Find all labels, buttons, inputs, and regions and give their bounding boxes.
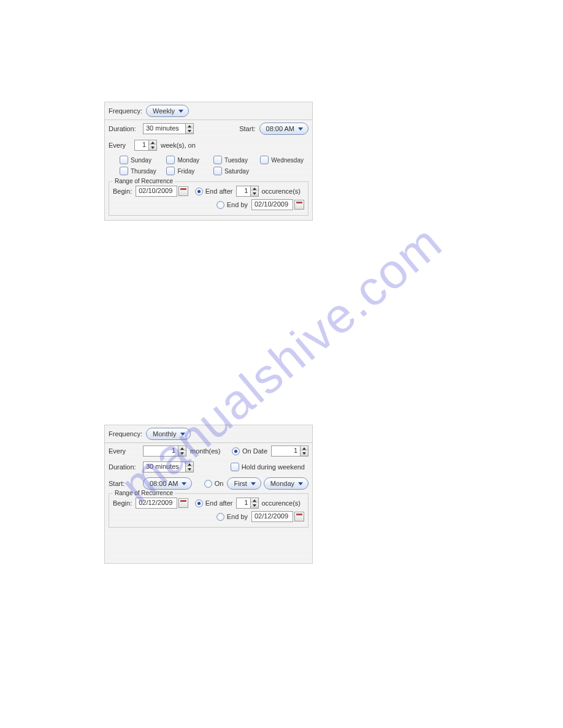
day-label: Sunday (131, 157, 151, 164)
svg-marker-10 (188, 463, 191, 466)
duration-spinner[interactable]: 30 minutes (143, 461, 194, 472)
checkbox-icon[interactable] (166, 156, 175, 164)
chevron-down-icon (251, 482, 256, 485)
svg-marker-13 (253, 504, 256, 507)
frequency-value: Monthly (153, 430, 177, 438)
ordinal-value: First (234, 480, 247, 487)
weekday-value: Monday (270, 480, 294, 487)
checkbox-icon[interactable] (213, 167, 222, 175)
day-label: Tuesday (224, 157, 248, 164)
frequency-dropdown[interactable]: Weekly (146, 105, 189, 117)
svg-marker-11 (188, 468, 191, 471)
end-by-radio[interactable] (216, 513, 224, 521)
spinner-up-icon[interactable] (251, 186, 258, 191)
svg-marker-4 (253, 188, 256, 190)
spinner-up-icon[interactable] (251, 498, 258, 503)
spinner-down-icon[interactable] (178, 451, 186, 456)
end-by-label: End by (227, 201, 248, 208)
spinner-up-icon[interactable] (301, 446, 308, 451)
spinner-up-icon[interactable] (149, 140, 156, 145)
spinner-down-icon[interactable] (301, 451, 308, 456)
every-label: Every (109, 142, 131, 149)
chevron-down-icon (298, 482, 303, 485)
day-label: Wednesday (271, 157, 304, 164)
spinner-down-icon[interactable] (186, 467, 193, 472)
end-after-value: 1 (237, 498, 250, 508)
every-value: 1 (135, 140, 148, 150)
every-value: 1 (144, 446, 178, 456)
spinner-down-icon[interactable] (251, 503, 258, 508)
weekday-dropdown[interactable]: Monday (264, 477, 308, 490)
spinner-up-icon[interactable] (186, 124, 193, 129)
on-date-label: On Date (242, 447, 267, 455)
spinner-down-icon[interactable] (186, 129, 193, 134)
spinner-up-icon[interactable] (186, 462, 193, 467)
occurrences-label: occurence(s) (261, 499, 301, 507)
svg-marker-9 (302, 452, 306, 455)
spinner-down-icon[interactable] (251, 191, 258, 196)
checkbox-icon[interactable] (260, 156, 269, 164)
day-label: Thursday (131, 168, 156, 175)
on-label: On (215, 480, 224, 487)
end-after-radio[interactable] (195, 188, 203, 195)
duration-label: Duration: (109, 463, 139, 471)
hold-weekend-checkbox[interactable] (231, 463, 239, 471)
chevron-down-icon (182, 482, 186, 485)
day-monday[interactable]: Monday (166, 156, 208, 164)
begin-date-input[interactable]: 02/12/2009 (136, 498, 177, 509)
spinner-up-icon[interactable] (178, 446, 186, 451)
every-weeks-spinner[interactable]: 1 (134, 140, 157, 151)
range-label: Range of Recurrence (113, 178, 175, 184)
checkbox-icon[interactable] (213, 156, 222, 164)
day-tuesday[interactable]: Tuesday (213, 156, 255, 164)
spinner-down-icon[interactable] (149, 145, 156, 150)
ordinal-dropdown[interactable]: First (227, 477, 261, 490)
calendar-icon[interactable] (178, 186, 188, 196)
on-date-value: 1 (272, 446, 300, 456)
on-date-spinner[interactable]: 1 (271, 446, 308, 457)
weeks-on-label: week(s), on (161, 142, 196, 149)
frequency-dropdown[interactable]: Monthly (146, 428, 191, 440)
checkbox-icon[interactable] (120, 167, 128, 175)
day-saturday[interactable]: Saturday (213, 167, 255, 175)
hold-weekend-label: Hold during weekend (242, 463, 305, 471)
end-by-label: End by (227, 513, 248, 520)
day-friday[interactable]: Friday (166, 167, 208, 175)
calendar-icon[interactable] (294, 200, 304, 210)
end-by-date-input[interactable]: 02/12/2009 (251, 511, 293, 522)
duration-value: 30 minutes (144, 124, 185, 134)
weekly-recurrence-panel: Frequency: Weekly Duration: 30 minutes S… (104, 102, 313, 221)
calendar-icon[interactable] (294, 512, 304, 521)
begin-date-input[interactable]: 02/10/2009 (136, 186, 177, 197)
day-sunday[interactable]: Sunday (120, 156, 161, 164)
frequency-label: Frequency: (109, 107, 142, 115)
chevron-down-icon (298, 127, 303, 131)
on-ordinal-radio[interactable] (204, 480, 212, 488)
end-by-date-input[interactable]: 02/10/2009 (251, 199, 293, 210)
end-by-radio[interactable] (216, 201, 224, 209)
chevron-down-icon (178, 110, 183, 113)
on-date-radio[interactable] (232, 447, 240, 455)
checkbox-icon[interactable] (166, 167, 175, 175)
start-time-dropdown[interactable]: 08:00 AM (143, 477, 192, 490)
end-after-label: End after (205, 188, 233, 195)
start-time-dropdown[interactable]: 08:00 AM (259, 123, 308, 135)
frequency-label: Frequency: (109, 430, 142, 438)
chevron-down-icon (180, 433, 185, 436)
svg-marker-6 (180, 447, 184, 450)
day-wednesday[interactable]: Wednesday (260, 156, 304, 164)
occurrences-label: occurence(s) (261, 188, 301, 195)
calendar-icon[interactable] (178, 498, 188, 508)
end-after-radio[interactable] (195, 499, 203, 507)
checkbox-icon[interactable] (120, 156, 128, 164)
range-of-recurrence: Range of Recurrence Begin: 02/12/2009 En… (109, 493, 308, 528)
svg-marker-12 (253, 499, 256, 502)
svg-marker-2 (151, 142, 155, 144)
end-after-spinner[interactable]: 1 (236, 498, 259, 509)
duration-spinner[interactable]: 30 minutes (143, 123, 194, 134)
svg-marker-1 (188, 130, 191, 132)
day-thursday[interactable]: Thursday (120, 167, 161, 175)
every-months-spinner[interactable]: 1 (143, 446, 186, 457)
duration-value: 30 minutes (144, 462, 185, 472)
end-after-spinner[interactable]: 1 (236, 186, 259, 197)
